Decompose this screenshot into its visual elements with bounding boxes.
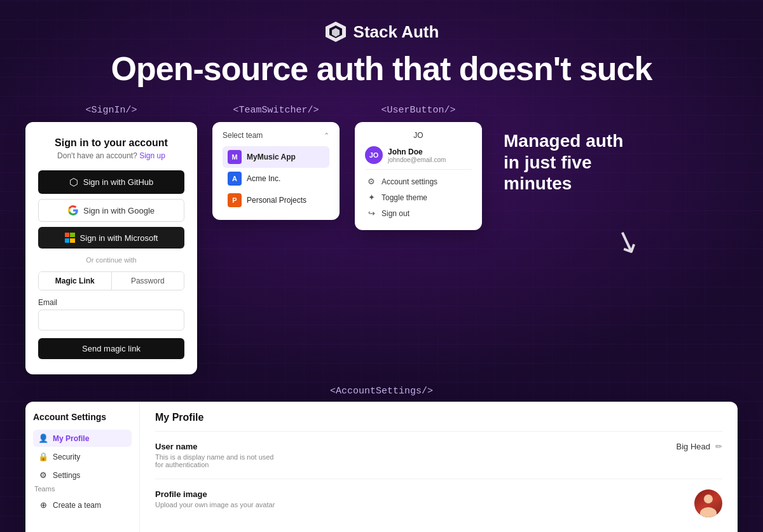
menu-label-account: Account settings	[382, 177, 437, 186]
logo-icon	[324, 20, 347, 43]
components-row: <SignIn/> Sign in to your account Don't …	[25, 105, 738, 374]
signout-icon: ↪	[366, 208, 376, 218]
account-sidebar-title: Account Settings	[33, 412, 132, 422]
team-name-mymusic: MyMusic App	[247, 153, 296, 161]
middle-column: <TeamSwitcher/> Select team ⌃ M MyMusic …	[212, 105, 340, 220]
signin-label: <SignIn/>	[25, 105, 197, 116]
team-item-acme[interactable]: A Acme Inc.	[223, 168, 329, 189]
sidebar-nav-settings[interactable]: ⚙ Settings	[33, 467, 132, 484]
profile-image-row: Profile image Upload your own image as y…	[155, 489, 722, 528]
signup-link[interactable]: Sign up	[139, 151, 165, 160]
tab-magic-link[interactable]: Magic Link	[39, 272, 112, 290]
user-name: John Doe	[388, 147, 446, 156]
header: Stack Auth Open-source auth that doesn't…	[111, 20, 652, 87]
team-name-acme: Acme Inc.	[247, 174, 280, 183]
microsoft-icon	[65, 233, 75, 243]
user-info-row: JO John Doe johndoe@email.com	[365, 146, 472, 170]
account-main-title: My Profile	[155, 412, 722, 432]
team-switcher-section: <TeamSwitcher/> Select team ⌃ M MyMusic …	[212, 105, 340, 220]
team-name-personal: Personal Projects	[247, 196, 306, 205]
signin-title: Sign in to your account	[38, 137, 184, 149]
menu-account-settings[interactable]: ⚙ Account settings	[365, 174, 472, 189]
username-row: User name This is a display name and is …	[155, 442, 722, 479]
team-item-personal[interactable]: P Personal Projects	[223, 189, 329, 211]
tab-password[interactable]: Password	[112, 272, 184, 290]
signin-subtitle: Don't have an account? Sign up	[38, 151, 184, 160]
theme-icon: ✦	[366, 193, 376, 202]
user-avatar-image[interactable]	[694, 489, 722, 517]
team-avatar-m: M	[228, 150, 242, 164]
app-name: Stack Auth	[354, 22, 439, 42]
user-button-label: <UserButton/>	[355, 105, 482, 116]
sidebar-create-team[interactable]: ⊕ Create a team	[33, 496, 132, 514]
team-switcher-card: Select team ⌃ M MyMusic App A Acme Inc. …	[212, 122, 340, 220]
create-team-icon: ⊕	[38, 500, 48, 510]
team-switcher-label: <TeamSwitcher/>	[212, 105, 340, 116]
team-avatar-p: P	[228, 193, 242, 207]
menu-sign-out[interactable]: ↪ Sign out	[365, 205, 472, 221]
select-team-label: Select team	[223, 131, 263, 140]
account-main: My Profile User name This is a display n…	[140, 402, 738, 532]
account-settings-card: Account Settings 👤 My Profile 🔒 Security…	[25, 402, 738, 532]
signin-card: Sign in to your account Don't have an ac…	[25, 122, 197, 374]
send-magic-link-button[interactable]: Send magic link	[38, 338, 184, 359]
auth-tabs: Magic Link Password	[38, 271, 184, 290]
username-text: Big Head	[677, 442, 710, 451]
user-button-card: JO JO John Doe johndoe@email.com ⚙ Accou…	[355, 122, 482, 230]
team-select-row: Select team ⌃	[223, 131, 329, 140]
username-desc: This is a display name and is not used f…	[155, 453, 282, 468]
username-value: Big Head ✏	[677, 442, 722, 451]
or-divider: Or continue with	[38, 256, 184, 264]
security-icon: 🔒	[38, 452, 48, 461]
managed-auth-text: Managed authin just five minutes ↙	[497, 105, 643, 239]
profile-icon: 👤	[38, 433, 48, 443]
create-team-label: Create a team	[53, 501, 101, 510]
team-avatar-a: A	[228, 172, 242, 186]
sidebar-nav-security[interactable]: 🔒 Security	[33, 448, 132, 465]
profile-image-info: Profile image Upload your own image as y…	[155, 489, 275, 508]
user-avatar: JO	[365, 146, 383, 164]
account-settings-label: <AccountSettings/>	[25, 386, 738, 397]
microsoft-signin-button[interactable]: Sign in with Microsoft	[38, 227, 184, 249]
chevron-icon: ⌃	[324, 132, 329, 140]
menu-label-theme: Toggle theme	[382, 193, 427, 202]
account-sidebar: Account Settings 👤 My Profile 🔒 Security…	[25, 402, 140, 532]
menu-toggle-theme[interactable]: ✦ Toggle theme	[365, 189, 472, 205]
user-email: johndoe@email.com	[388, 156, 446, 163]
sidebar-nav-settings-label: Settings	[53, 471, 80, 480]
sidebar-nav-my-profile[interactable]: 👤 My Profile	[33, 430, 132, 447]
github-signin-button[interactable]: ⬡ Sign in with GitHub	[38, 170, 184, 194]
user-initials: JO	[365, 131, 472, 140]
username-field-info: User name This is a display name and is …	[155, 442, 282, 468]
email-label: Email	[38, 298, 184, 307]
google-signin-button[interactable]: Sign in with Google	[38, 199, 184, 222]
teams-section-label: Teams	[33, 485, 132, 493]
profile-image-value	[694, 489, 722, 517]
email-input[interactable]	[38, 310, 184, 331]
settings-icon: ⚙	[366, 177, 376, 186]
logo-row: Stack Auth	[324, 20, 439, 43]
profile-image-label: Profile image	[155, 489, 275, 499]
username-edit-icon[interactable]: ✏	[715, 442, 722, 451]
settings-icon: ⚙	[38, 470, 48, 480]
signin-section: <SignIn/> Sign in to your account Don't …	[25, 105, 197, 374]
sidebar-nav-profile-label: My Profile	[53, 434, 89, 443]
profile-image-desc: Upload your own image as your avatar	[155, 501, 275, 508]
username-label: User name	[155, 442, 282, 451]
headline: Open-source auth that doesn't suck	[111, 51, 652, 87]
github-icon: ⬡	[69, 176, 78, 188]
google-icon	[68, 205, 78, 215]
team-item-mymusic[interactable]: M MyMusic App	[223, 146, 329, 168]
user-button-section: <UserButton/> JO JO John Doe johndoe@ema…	[355, 105, 482, 230]
user-details: John Doe johndoe@email.com	[388, 147, 446, 163]
account-settings-section: <AccountSettings/> Account Settings 👤 My…	[25, 386, 738, 532]
sidebar-nav-security-label: Security	[53, 453, 80, 461]
menu-label-signout: Sign out	[382, 209, 409, 218]
